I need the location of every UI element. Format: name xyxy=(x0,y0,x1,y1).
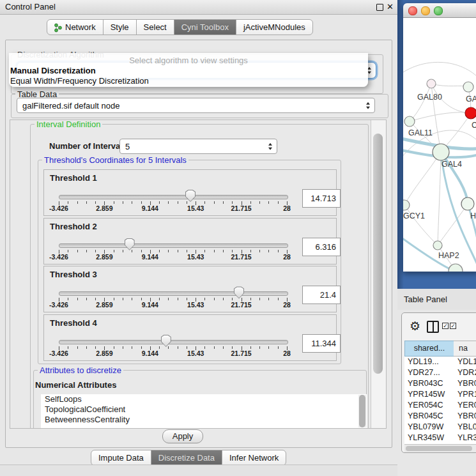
network-node[interactable] xyxy=(449,264,463,272)
tab-network[interactable]: Network xyxy=(47,19,104,35)
attribute-list-item[interactable]: TopologicalCoefficient xyxy=(41,404,367,415)
tick-label: -3.426 xyxy=(49,204,68,212)
slider-track[interactable] xyxy=(59,195,288,199)
attribute-list-item[interactable]: BetweennessCentrality xyxy=(41,415,367,425)
minor-tick xyxy=(77,298,78,300)
edge xyxy=(431,84,468,87)
attributes-list-scrollbar[interactable] xyxy=(358,395,366,427)
table-horizontal-scrollbar[interactable] xyxy=(404,444,476,452)
minor-tick xyxy=(77,201,78,204)
network-window[interactable]: GAL80GACGAL11GAL4GCY1HHAP2 xyxy=(403,3,476,272)
cell-name: YBR0 xyxy=(457,411,476,422)
slider-thumb[interactable] xyxy=(185,190,196,202)
attributes-group-title: Attributes to discretize xyxy=(38,365,123,375)
close-traffic-light-icon[interactable] xyxy=(408,6,417,15)
cell-name: YDL1 xyxy=(457,357,476,367)
edge xyxy=(410,112,471,121)
bottom-tab-impute-data[interactable]: Impute Data xyxy=(91,450,151,466)
slider-track[interactable] xyxy=(59,340,288,344)
number-of-intervals-select[interactable]: 5 xyxy=(119,139,277,154)
cyni-toolbox-panel: Discretization Algorithm Select algorith… xyxy=(5,40,392,448)
tab-style[interactable]: Style xyxy=(103,19,137,35)
threshold-row-2: Threshold 2-3.4262.8599.14415.4321.71528… xyxy=(43,218,337,265)
minor-tick xyxy=(114,298,114,300)
table-row[interactable]: YBR045CYBR0 xyxy=(404,411,476,422)
minor-tick xyxy=(187,250,187,252)
slider-track[interactable] xyxy=(59,291,288,296)
tab-select[interactable]: Select xyxy=(136,19,174,35)
minor-tick xyxy=(250,346,251,349)
close-icon[interactable]: ✕ xyxy=(387,2,394,12)
minor-tick xyxy=(132,298,132,300)
threshold-value-field[interactable]: 14.713 xyxy=(302,189,341,208)
tick-label: 28 xyxy=(283,204,291,212)
slider-thumb[interactable] xyxy=(161,335,171,347)
minor-tick xyxy=(250,250,251,252)
table-row[interactable]: YDL19...YDL1 xyxy=(404,357,476,367)
table-row[interactable]: YDR27...YDR2 xyxy=(404,367,476,378)
table-row[interactable]: YPR145WYPR1 xyxy=(404,389,476,400)
node-label: GAL4 xyxy=(441,160,462,169)
network-node[interactable] xyxy=(433,144,449,160)
table-row[interactable]: YER054CYER0 xyxy=(404,400,476,411)
network-node[interactable] xyxy=(427,79,436,88)
bottom-tab-discretize-data[interactable]: Discretize Data xyxy=(151,450,222,466)
minor-tick xyxy=(232,250,233,252)
panel-titlebar: Control Panel ✕ xyxy=(0,0,397,15)
float-window-icon[interactable] xyxy=(376,4,383,11)
numerical-attributes-list[interactable]: SelfLoopsTopologicalCoefficientBetweenne… xyxy=(41,394,367,428)
minor-tick xyxy=(250,201,251,204)
tick-label: 21.715 xyxy=(231,204,252,212)
slider-track[interactable] xyxy=(59,243,288,248)
tab-cyni-toolbox[interactable]: Cyni Toolbox xyxy=(174,19,236,35)
table-row[interactable]: YBL079WYBL0 xyxy=(404,422,476,433)
minor-tick xyxy=(77,250,78,252)
settings-gear-icon[interactable]: ⚙ xyxy=(410,319,420,334)
minor-tick xyxy=(223,298,224,300)
algorithm-option-manual[interactable]: Manual Discretization xyxy=(10,66,96,75)
slider-thumb[interactable] xyxy=(125,238,135,250)
settings-vertical-scrollbar[interactable] xyxy=(371,120,386,428)
split-columns-icon[interactable] xyxy=(427,321,439,333)
network-window-titlebar[interactable] xyxy=(403,3,476,18)
edge xyxy=(403,62,476,81)
tab-jactivemnodules[interactable]: jActiveMNodules xyxy=(236,19,313,35)
cell-shared-name: YDL19... xyxy=(408,357,439,367)
network-node[interactable] xyxy=(403,200,410,210)
table-row[interactable]: YLR345WYLR3 xyxy=(404,433,476,443)
zoom-traffic-light-icon[interactable] xyxy=(434,6,443,15)
checkbox-checked-icon[interactable]: ✓ xyxy=(442,323,449,329)
table-row[interactable]: YBR043CYBR0 xyxy=(404,378,476,389)
threshold-label: Threshold 2 xyxy=(50,222,97,231)
network-node[interactable] xyxy=(463,82,473,92)
minor-tick xyxy=(77,346,78,349)
checkbox-checked-icon[interactable]: ✓ xyxy=(450,323,456,329)
column-header-shared-name[interactable]: shared... xyxy=(404,341,454,357)
attribute-list-item[interactable]: SelfLoops xyxy=(41,394,367,404)
algorithm-option-equal-width[interactable]: Equal Width/Frequency Discretization xyxy=(10,76,149,86)
node-label: GCY1 xyxy=(403,211,425,220)
network-node[interactable] xyxy=(404,116,415,127)
network-node[interactable] xyxy=(461,197,474,210)
minor-tick xyxy=(114,250,114,252)
tick-label: 15.43 xyxy=(187,253,204,261)
bottom-tab-infer-network[interactable]: Infer Network xyxy=(222,450,286,466)
node-label: HAP2 xyxy=(438,251,459,260)
threshold-value-field[interactable]: 11.344 xyxy=(302,334,341,353)
network-canvas[interactable]: GAL80GACGAL11GAL4GCY1HHAP2 xyxy=(403,18,476,272)
node-label: GA xyxy=(466,95,476,104)
apply-button[interactable]: Apply xyxy=(162,429,203,443)
cell-shared-name: YBR043C xyxy=(408,378,443,389)
column-header-name[interactable]: na xyxy=(454,341,476,357)
threshold-value-field[interactable]: 21.4 xyxy=(302,286,341,304)
slider-thumb[interactable] xyxy=(234,286,244,298)
threshold-value-field[interactable]: 6.316 xyxy=(302,238,341,256)
minimize-traffic-light-icon[interactable] xyxy=(421,6,430,15)
network-node[interactable] xyxy=(433,241,442,250)
table-data-select[interactable]: galFiltered.sif default node xyxy=(17,98,375,113)
tick-label: 15.43 xyxy=(187,204,204,212)
control-panel: Control Panel ✕ NetworkStyleSelectCyni T… xyxy=(0,0,397,476)
minor-tick xyxy=(259,250,260,252)
tab-label: jActiveMNodules xyxy=(243,22,305,33)
network-node[interactable] xyxy=(465,107,476,119)
